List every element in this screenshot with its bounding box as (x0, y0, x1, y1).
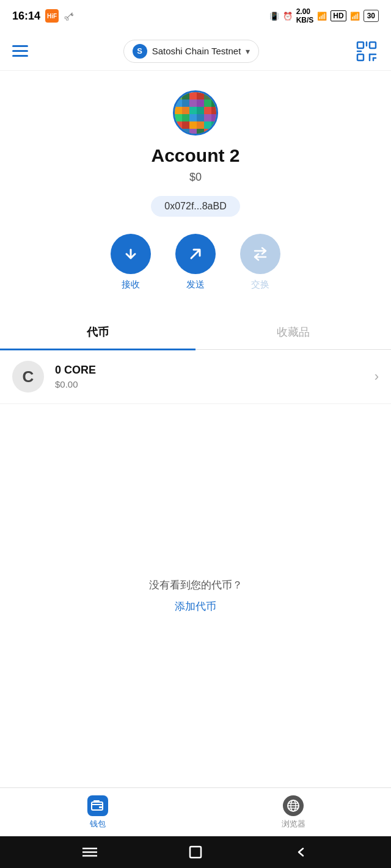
svg-rect-16 (175, 99, 182, 107)
tab-collectibles[interactable]: 收藏品 (196, 315, 391, 349)
alarm-icon: ⏰ (283, 12, 293, 21)
token-list: C 0 CORE $0.00 › (0, 350, 391, 554)
svg-rect-38 (204, 121, 211, 129)
svg-rect-19 (197, 99, 204, 107)
token-arrow-icon: › (375, 369, 379, 385)
account-section: Account 2 $0 0x072f...8aBD 接收 发送 (0, 71, 391, 315)
hamburger-line-3 (12, 55, 28, 57)
browser-nav-label: 浏览器 (282, 819, 305, 830)
network-icon: S (133, 44, 147, 59)
svg-rect-20 (204, 99, 211, 107)
receive-button-wrap: 接收 (111, 234, 151, 291)
action-buttons: 接收 发送 交换 (111, 234, 280, 291)
svg-rect-22 (175, 107, 182, 114)
send-label: 发送 (186, 279, 205, 291)
bottom-nav: 钱包 浏览器 (0, 787, 391, 836)
wifi-icon: 📶 (317, 12, 327, 21)
svg-rect-21 (211, 99, 216, 107)
token-item-core[interactable]: C 0 CORE $0.00 › (0, 350, 391, 404)
token-name-core: 0 CORE (55, 364, 375, 377)
svg-rect-33 (211, 114, 216, 121)
svg-rect-40 (175, 129, 182, 134)
top-nav: S Satoshi Chain Testnet ▾ (0, 32, 391, 71)
svg-rect-32 (204, 114, 211, 121)
status-time: 16:14 (12, 10, 40, 23)
svg-rect-42 (189, 129, 197, 134)
svg-rect-12 (189, 92, 197, 99)
swap-button-wrap: 交换 (240, 234, 280, 291)
svg-rect-31 (197, 114, 204, 121)
svg-rect-24 (189, 107, 197, 114)
svg-rect-34 (175, 121, 182, 129)
scan-button[interactable] (354, 39, 379, 63)
speed-icon: 2.00KB/S (296, 7, 314, 24)
svg-rect-57 (190, 847, 201, 858)
svg-rect-30 (189, 114, 197, 121)
token-info-core: 0 CORE $0.00 (55, 364, 375, 389)
svg-rect-47 (99, 806, 102, 808)
system-nav-bar (0, 836, 391, 868)
svg-rect-43 (197, 129, 204, 134)
svg-rect-2 (357, 54, 364, 60)
svg-rect-46 (92, 802, 103, 810)
hd-badge: HD (331, 10, 346, 21)
account-name: Account 2 (151, 145, 239, 166)
svg-rect-23 (182, 107, 189, 114)
notification-icon: HiF (45, 9, 59, 23)
svg-rect-41 (182, 129, 189, 134)
svg-rect-44 (204, 129, 211, 134)
status-left: 16:14 HiF 🗝 (12, 9, 75, 23)
network-name: Satoshi Chain Testnet (152, 46, 241, 56)
sys-home-button[interactable] (188, 844, 203, 860)
browser-icon (283, 795, 304, 816)
wallet-nav-label: 钱包 (90, 819, 106, 830)
svg-rect-1 (370, 42, 376, 48)
no-token-text: 没有看到您的代币？ (149, 578, 243, 592)
svg-rect-13 (197, 92, 204, 99)
signal-icon: 📶 (350, 12, 360, 21)
sys-menu-button[interactable] (82, 844, 98, 860)
avatar-image (175, 92, 216, 134)
token-usd-core: $0.00 (55, 379, 375, 389)
wallet-icon (87, 795, 108, 816)
send-button-wrap: 发送 (175, 234, 216, 291)
svg-rect-25 (197, 107, 204, 114)
svg-rect-27 (211, 107, 216, 114)
svg-rect-28 (175, 114, 182, 121)
nav-browser[interactable]: 浏览器 (196, 795, 391, 830)
account-address[interactable]: 0x072f...8aBD (151, 196, 239, 217)
svg-rect-14 (204, 92, 211, 99)
tab-tokens[interactable]: 代币 (0, 315, 196, 349)
send-button[interactable] (175, 234, 216, 274)
account-balance: $0 (189, 171, 202, 184)
status-icons: 📳 ⏰ 2.00KB/S 📶 HD 📶 30 (269, 7, 379, 24)
sys-back-button[interactable] (293, 844, 309, 860)
svg-rect-11 (182, 92, 189, 99)
tabs-bar: 代币 收藏品 (0, 315, 391, 350)
swap-label: 交换 (251, 279, 269, 291)
receive-label: 接收 (122, 279, 140, 291)
svg-rect-17 (182, 99, 189, 107)
svg-rect-36 (189, 121, 197, 129)
svg-rect-48 (93, 800, 100, 802)
svg-rect-29 (182, 114, 189, 121)
hamburger-line-2 (12, 50, 28, 52)
status-bar: 16:14 HiF 🗝 📳 ⏰ 2.00KB/S 📶 HD 📶 30 (0, 0, 391, 32)
key-icon: 🗝 (60, 7, 78, 24)
receive-button[interactable] (111, 234, 151, 274)
network-selector[interactable]: S Satoshi Chain Testnet ▾ (123, 40, 260, 63)
battery-icon: 30 (364, 10, 379, 22)
swap-button[interactable] (240, 234, 280, 274)
chevron-down-icon: ▾ (246, 46, 250, 56)
svg-rect-0 (357, 42, 364, 48)
svg-rect-10 (175, 92, 182, 99)
svg-rect-26 (204, 107, 211, 114)
svg-rect-35 (182, 121, 189, 129)
vibrate-icon: 📳 (269, 12, 279, 21)
account-avatar (173, 90, 218, 136)
add-token-link[interactable]: 添加代币 (175, 599, 216, 613)
svg-rect-45 (211, 129, 216, 134)
svg-rect-39 (211, 121, 216, 129)
nav-wallet[interactable]: 钱包 (0, 795, 196, 830)
hamburger-menu[interactable] (12, 45, 28, 57)
